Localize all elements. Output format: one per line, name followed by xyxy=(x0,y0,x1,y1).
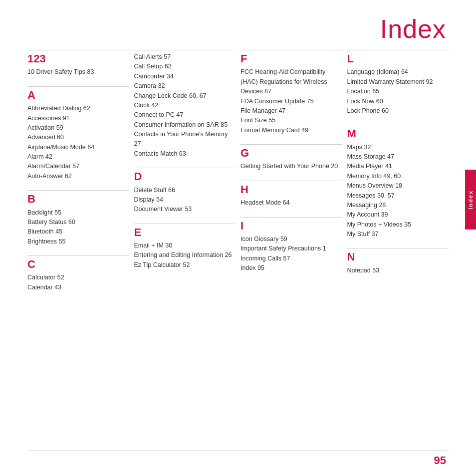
list-item: Calculator 52 xyxy=(27,273,129,282)
section-header-1-1: D xyxy=(134,168,236,183)
section-heading-2-2: H xyxy=(240,183,248,196)
list-item: Contacts Match 63 xyxy=(134,149,236,159)
section-header-3-0: L xyxy=(347,50,449,65)
section-header-2-2: H xyxy=(240,181,342,196)
section-0-2: BBacklight 55Battery Status 60Bluetooth … xyxy=(27,190,129,246)
list-item: My Stuff 37 xyxy=(347,230,449,239)
list-item: Notepad 53 xyxy=(347,266,449,275)
list-item: Contacts in Your Phone's Memory 27 xyxy=(134,130,236,149)
page-number: 95 xyxy=(434,454,446,467)
list-item: Accessories 91 xyxy=(27,114,129,123)
list-item: Getting Started with Your Phone 20 xyxy=(240,162,342,171)
list-item: Mass Storage 47 xyxy=(347,152,449,162)
sidebar-tab-label: Index xyxy=(468,190,474,210)
list-item: Alarm/Calendar 57 xyxy=(27,162,129,171)
list-item: Font Size 55 xyxy=(240,116,342,125)
section-2-0: FFCC Hearing-Aid Compatibility (HAC) Reg… xyxy=(240,50,342,135)
list-item: Lock Now 60 xyxy=(347,97,449,106)
section-items-2-0: FCC Hearing-Aid Compatibility (HAC) Regu… xyxy=(240,67,342,135)
section-items-2-1: Getting Started with Your Phone 20 xyxy=(240,162,342,171)
list-item: Language (Idioma) 64 xyxy=(347,67,449,77)
section-header-2-3: I xyxy=(240,217,342,233)
section-header-0-3: C xyxy=(27,255,129,271)
section-items-1-2: Email + IM 30Entering and Editing Inform… xyxy=(134,241,236,270)
section-1-2: EEmail + IM 30Entering and Editing Infor… xyxy=(134,224,236,270)
list-item: Call Alerts 57 xyxy=(134,52,236,62)
list-item: Connect to PC 47 xyxy=(134,110,236,120)
section-1-1: DDelete Stuff 66Display 54Document Viewe… xyxy=(134,168,236,215)
column-1: Call Alerts 57Call Setup 62Camcorder 34C… xyxy=(134,50,236,446)
list-item: Call Setup 62 xyxy=(134,62,236,71)
list-item: Ez Tip Calculator 52 xyxy=(134,260,236,270)
section-header-3-1: M xyxy=(347,125,449,140)
list-item: Activation 59 xyxy=(27,123,129,133)
bottom-rule xyxy=(27,451,449,451)
list-item: Clock 42 xyxy=(134,101,236,110)
section-header-0-0: 123 xyxy=(27,50,129,65)
list-item: Lock Phone 60 xyxy=(347,106,449,116)
sidebar-tab: Index xyxy=(465,170,476,230)
list-item: Auto-Answer 62 xyxy=(27,172,129,181)
column-3: LLanguage (Idioma) 64Limited Warranty St… xyxy=(347,50,449,446)
section-heading-3-2: N xyxy=(347,250,355,263)
list-item: Location 65 xyxy=(347,87,449,96)
list-item: Brightness 55 xyxy=(27,237,129,246)
list-item: Limited Warranty Statement 92 xyxy=(347,77,449,87)
section-items-1-1: Delete Stuff 66Display 54Document Viewer… xyxy=(134,186,236,215)
section-items-3-0: Language (Idioma) 64Limited Warranty Sta… xyxy=(347,67,449,116)
list-item: Backlight 55 xyxy=(27,208,129,218)
list-item: Alarm 42 xyxy=(27,152,129,162)
list-item: Airplane/Music Mode 64 xyxy=(27,143,129,152)
list-item: Abbreviated Dialing 62 xyxy=(27,104,129,113)
list-item: Memory Info 49, 60 xyxy=(347,172,449,181)
section-heading-0-2: B xyxy=(27,193,35,205)
section-0-1: AAbbreviated Dialing 62Accessories 91Act… xyxy=(27,86,129,181)
list-item: File Manager 47 xyxy=(240,106,342,116)
section-items-2-3: Icon Glossary 59Important Safety Precaut… xyxy=(240,235,342,273)
section-rule-1-0 xyxy=(134,50,236,50)
list-item: Delete Stuff 66 xyxy=(134,186,236,195)
section-2-3: IIcon Glossary 59Important Safety Precau… xyxy=(240,217,342,273)
list-item: Maps 32 xyxy=(347,143,449,152)
page-title: Index xyxy=(380,14,446,44)
section-3-0: LLanguage (Idioma) 64Limited Warranty St… xyxy=(347,50,449,116)
list-item: Document Viewer 53 xyxy=(134,205,236,214)
list-item: Email + IM 30 xyxy=(134,241,236,250)
section-heading-0-0: 123 xyxy=(27,52,46,65)
list-item: Incoming Calls 57 xyxy=(240,254,342,263)
section-items-0-1: Abbreviated Dialing 62Accessories 91Acti… xyxy=(27,104,129,181)
list-item: Calendar 43 xyxy=(27,283,129,292)
section-2-1: GGetting Started with Your Phone 20 xyxy=(240,144,342,172)
section-3-2: NNotepad 53 xyxy=(347,248,449,275)
section-heading-1-1: D xyxy=(134,170,142,183)
list-item: Headset Mode 64 xyxy=(240,198,342,208)
list-item: My Photos + Videos 35 xyxy=(347,220,449,230)
section-heading-2-3: I xyxy=(240,220,243,232)
section-items-1-0: Call Alerts 57Call Setup 62Camcorder 34C… xyxy=(134,52,236,159)
list-item: Change Lock Code 60, 67 xyxy=(134,91,236,101)
section-header-2-0: F xyxy=(240,50,342,65)
section-heading-1-2: E xyxy=(134,226,142,238)
section-items-2-2: Headset Mode 64 xyxy=(240,198,342,208)
list-item: Consumer Information on SAR 85 xyxy=(134,120,236,130)
list-item: Display 54 xyxy=(134,195,236,205)
section-heading-2-0: F xyxy=(240,52,247,65)
section-0-0: 12310 Driver Safety Tips 83 xyxy=(27,50,129,77)
section-items-0-0: 10 Driver Safety Tips 83 xyxy=(27,67,129,77)
section-heading-2-1: G xyxy=(240,147,249,159)
section-0-3: CCalculator 52Calendar 43 xyxy=(27,255,129,292)
section-2-2: HHeadset Mode 64 xyxy=(240,181,342,208)
list-item: Entering and Editing Information 26 xyxy=(134,250,236,260)
section-items-3-1: Maps 32Mass Storage 47Media Player 41Mem… xyxy=(347,143,449,239)
list-item: Messaging 28 xyxy=(347,201,449,210)
list-item: FCC Hearing-Aid Compatibility (HAC) Regu… xyxy=(240,67,342,96)
section-items-3-2: Notepad 53 xyxy=(347,266,449,275)
list-item: Advanced 60 xyxy=(27,133,129,142)
section-heading-0-1: A xyxy=(27,89,35,101)
section-header-0-2: B xyxy=(27,190,129,206)
section-heading-0-3: C xyxy=(27,258,35,270)
section-3-1: MMaps 32Mass Storage 47Media Player 41Me… xyxy=(347,125,449,239)
list-item: My Account 39 xyxy=(347,210,449,220)
section-header-0-1: A xyxy=(27,86,129,102)
list-item: Important Safety Precautions 1 xyxy=(240,244,342,253)
